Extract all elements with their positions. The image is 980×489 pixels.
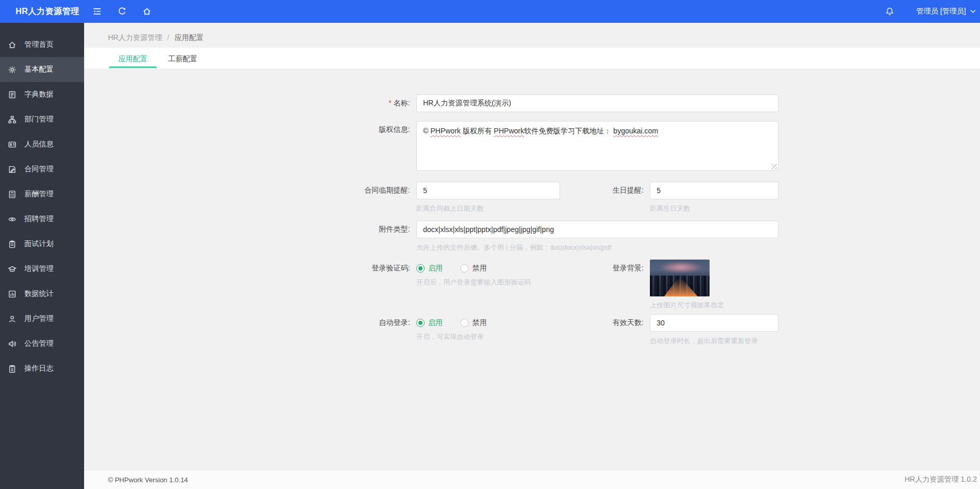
org-chart-icon <box>7 115 17 124</box>
tab-salary-config[interactable]: 工薪配置 <box>158 49 208 69</box>
bar-chart-icon <box>7 289 17 298</box>
footer-version: © PHPwork Version 1.0.14 <box>108 476 188 484</box>
breadcrumb-current: 应用配置 <box>174 33 203 42</box>
attachment-types-input[interactable] <box>416 221 779 238</box>
config-form: *名称: 版权信息: © PHPwork 版权所有 PHPwork软件免费版学习… <box>84 69 980 470</box>
header-toolbar <box>92 7 152 16</box>
copyright-textarea[interactable]: © PHPwork 版权所有 PHPwork软件免费版学习下载地址： bygou… <box>416 121 779 171</box>
copyright-text-misspelled: PHPwork <box>494 127 524 135</box>
tab-bar: 应用配置 工薪配置 <box>84 48 980 69</box>
sidebar-item-label: 公告管理 <box>24 339 53 348</box>
sidebar-item-basic-config[interactable]: 基本配置 <box>0 57 84 82</box>
sidebar-item-label: 部门管理 <box>24 115 53 124</box>
footer: © PHPwork Version 1.0.14 HR人力资源管理 1.0.2 <box>84 470 980 489</box>
login-background-image[interactable] <box>650 260 710 296</box>
dictionary-icon <box>7 90 17 99</box>
breadcrumb-root[interactable]: HR人力资源管理 <box>108 33 162 42</box>
notification-bell-icon[interactable] <box>885 7 894 16</box>
name-input[interactable] <box>416 94 779 112</box>
top-header: HR人力资源管理 <box>0 0 980 23</box>
sidebar-item-recruitment[interactable]: 招聘管理 <box>0 207 84 232</box>
birthday-reminder-label: 生日提醒: <box>560 182 644 195</box>
id-card-icon <box>7 140 17 149</box>
tab-app-config[interactable]: 应用配置 <box>108 49 158 69</box>
clipboard-icon <box>7 239 17 249</box>
contract-pen-icon <box>7 165 17 174</box>
city-sky-cloud <box>659 262 702 273</box>
user-name: 管理员 [管理员] <box>916 7 966 16</box>
sidebar-item-announcement[interactable]: 公告管理 <box>0 331 84 356</box>
login-captcha-hint: 开启后，用户登录需要输入图形验证码 <box>416 278 560 287</box>
sidebar-item-label: 人员信息 <box>24 140 53 149</box>
sidebar-item-label: 薪酬管理 <box>24 189 53 199</box>
chevron-down-icon <box>970 9 976 13</box>
radio-unselected-icon <box>460 319 469 327</box>
sidebar-item-personnel[interactable]: 人员信息 <box>0 132 84 157</box>
gear-icon <box>7 65 17 74</box>
user-icon <box>7 314 17 323</box>
sidebar-item-department[interactable]: 部门管理 <box>0 107 84 132</box>
sidebar-item-interview-plan[interactable]: 面试计划 <box>0 232 84 256</box>
sidebar-item-label: 管理首页 <box>24 40 53 49</box>
valid-days-input[interactable] <box>650 314 779 332</box>
valid-days-hint: 自动登录时长，超出后需要重新登录 <box>650 336 779 346</box>
contract-reminder-label: 合同临期提醒: <box>84 182 410 195</box>
sidebar-item-label: 用户管理 <box>24 314 53 323</box>
refresh-icon[interactable] <box>117 7 127 16</box>
breadcrumb: HR人力资源管理/应用配置 <box>108 33 980 43</box>
radio-selected-icon <box>416 264 425 273</box>
name-label: *名称: <box>84 94 410 108</box>
contract-reminder-input[interactable] <box>416 182 560 199</box>
sidebar-item-label: 数据统计 <box>24 289 53 298</box>
copyright-text-misspelled: PHPwork <box>430 127 460 135</box>
birthday-reminder-input[interactable] <box>650 182 779 199</box>
birthday-reminder-hint: 距离生日天数 <box>650 204 779 213</box>
radio-selected-icon <box>416 319 425 327</box>
login-background-caption: 上传图片尺寸视效果自定 <box>650 301 724 310</box>
required-asterisk: * <box>389 99 391 107</box>
sidebar-nav: 管理首页 基本配置 字典数据 部门管理 <box>0 23 84 489</box>
captcha-enable-radio[interactable]: 启用 <box>416 264 443 273</box>
user-menu[interactable]: 管理员 [管理员] <box>916 7 976 16</box>
captcha-disable-radio[interactable]: 禁用 <box>460 264 487 273</box>
speaker-icon <box>7 339 17 348</box>
header-right: 管理员 [管理员] <box>885 7 980 16</box>
auto-login-label: 自动登录: <box>84 314 410 328</box>
sidebar-item-label: 面试计划 <box>24 239 53 249</box>
sidebar-item-operation-log[interactable]: 操作日志 <box>0 356 84 381</box>
copyright-text: 软件免费版学习下载地址： <box>524 127 614 135</box>
auto-login-disable-radio[interactable]: 禁用 <box>460 318 487 328</box>
contract-reminder-hint: 距离合同截止日期天数 <box>416 204 560 213</box>
radio-unselected-icon <box>460 264 469 273</box>
sidebar-item-training[interactable]: 培训管理 <box>0 256 84 281</box>
attachment-types-hint: 允许上传的文件后缀。多个用 | 分隔，例如：doc|docx|xlsx|xls|… <box>416 243 779 252</box>
home-icon <box>7 40 17 49</box>
login-captcha-radio-group: 启用 禁用 <box>416 260 560 273</box>
sidebar-item-salary[interactable]: 薪酬管理 <box>0 182 84 207</box>
copyright-text-misspelled: bygoukai.com <box>614 127 658 135</box>
sidebar-item-contract[interactable]: 合同管理 <box>0 157 84 182</box>
login-captcha-label: 登录验证码: <box>84 260 410 273</box>
home-icon[interactable] <box>142 7 152 16</box>
auto-login-enable-radio[interactable]: 启用 <box>416 318 443 328</box>
sidebar-item-dictionary-data[interactable]: 字典数据 <box>0 82 84 107</box>
copyright-label: 版权信息: <box>84 121 410 134</box>
sidebar-item-dashboard[interactable]: 管理首页 <box>0 32 84 57</box>
sidebar-item-user-management[interactable]: 用户管理 <box>0 306 84 331</box>
auto-login-radio-group: 启用 禁用 <box>416 314 560 328</box>
sidebar-item-label: 合同管理 <box>24 165 53 174</box>
login-background-label: 登录背景: <box>560 260 644 273</box>
log-icon <box>7 364 17 373</box>
collapse-menu-icon[interactable] <box>92 7 102 16</box>
main-panel: HR人力资源管理/应用配置 应用配置 工薪配置 *名称: 版权信息: <box>84 23 980 489</box>
app-window: HR人力资源管理 <box>0 0 980 489</box>
sidebar-item-statistics[interactable]: 数据统计 <box>0 281 84 306</box>
sidebar-item-label: 基本配置 <box>24 65 53 74</box>
auto-login-hint: 开启，可实现自动登录 <box>416 332 560 342</box>
eye-icon <box>7 214 17 224</box>
copyright-text: © <box>423 127 430 135</box>
sidebar-item-label: 招聘管理 <box>24 214 53 224</box>
textarea-resize-handle[interactable] <box>772 164 777 169</box>
copyright-text: 版权所有 <box>461 127 494 135</box>
graduation-cap-icon <box>7 264 17 274</box>
